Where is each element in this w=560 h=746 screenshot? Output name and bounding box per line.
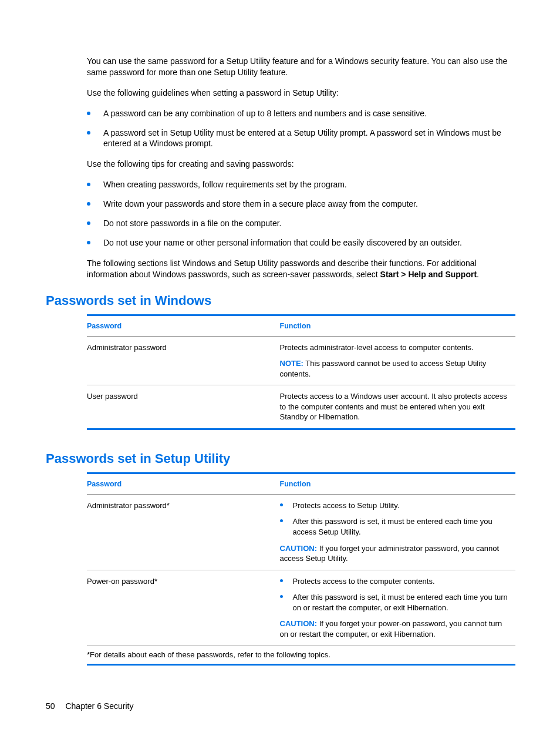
note-block: NOTE: This password cannot be used to ac… [280,358,510,379]
guidelines-list: A password can be any combination of up … [46,108,514,150]
column-header-password: Password [87,315,280,336]
function-list: Protects access to Setup Utility. After … [280,500,510,537]
heading-passwords-setup: Passwords set in Setup Utility [46,451,514,466]
table-row: Administrator password* Protects access … [87,494,515,570]
list-item: Write down your passwords and store them… [87,199,514,210]
function-list: Protects access to the computer contents… [280,576,510,613]
note-label: NOTE: [280,359,303,368]
password-function: Protects administrator-level access to c… [280,336,516,385]
list-item: Protects access to Setup Utility. [280,500,510,511]
password-function: Protects access to the computer contents… [280,570,516,646]
column-header-function: Function [280,315,516,336]
intro-paragraph-2: Use the following guidelines when settin… [46,88,514,99]
chapter-label: Chapter 6 Security [65,701,133,711]
windows-password-table: Password Function Administrator password… [87,314,515,430]
list-item: A password can be any combination of up … [87,108,514,119]
table-footnote: *For details about each of these passwor… [87,646,515,665]
text: . [477,270,479,279]
table-row: Power-on password* Protects access to th… [87,570,515,646]
table-footnote-row: *For details about each of these passwor… [87,646,515,665]
table-row: User password Protects access to a Windo… [87,385,515,429]
list-item: After this password is set, it must be e… [280,516,510,537]
password-name: User password [87,385,280,429]
caution-block: CAUTION: If you forget your administrato… [280,543,510,564]
password-function: Protects access to Setup Utility. After … [280,494,516,570]
text: Protects administrator-level access to c… [280,342,510,353]
password-name: Power-on password* [87,570,280,646]
list-item: Do not use your name or other personal i… [87,237,514,248]
page-footer: 50 Chapter 6 Security [46,701,133,711]
intro-section: You can use the same password for a Setu… [46,56,514,280]
column-header-password: Password [87,473,280,494]
caution-label: CAUTION: [280,619,318,628]
note-text: This password cannot be used to access S… [280,359,487,378]
password-function: Protects access to a Windows user accoun… [280,385,516,429]
password-name: Administrator password [87,336,280,385]
list-item: Protects access to the computer contents… [280,576,510,587]
password-name: Administrator password* [87,494,280,570]
page-number: 50 [46,701,55,711]
list-item: A password set in Setup Utility must be … [87,127,514,150]
intro-paragraph-4: The following sections list Windows and … [46,258,514,280]
setup-password-table: Password Function Administrator password… [87,472,515,666]
column-header-function: Function [280,473,516,494]
caution-block: CAUTION: If you forget your power-on pas… [280,619,510,639]
intro-paragraph-1: You can use the same password for a Setu… [46,56,514,78]
list-item: After this password is set, it must be e… [280,592,510,613]
heading-passwords-windows: Passwords set in Windows [46,293,514,308]
menu-path-bold: Start > Help and Support [380,270,477,279]
list-item: When creating passwords, follow requirem… [87,179,514,190]
list-item: Do not store passwords in a file on the … [87,218,514,229]
caution-label: CAUTION: [280,544,318,553]
tips-list: When creating passwords, follow requirem… [46,179,514,248]
table-row: Administrator password Protects administ… [87,336,515,385]
intro-paragraph-3: Use the following tips for creating and … [46,159,514,170]
